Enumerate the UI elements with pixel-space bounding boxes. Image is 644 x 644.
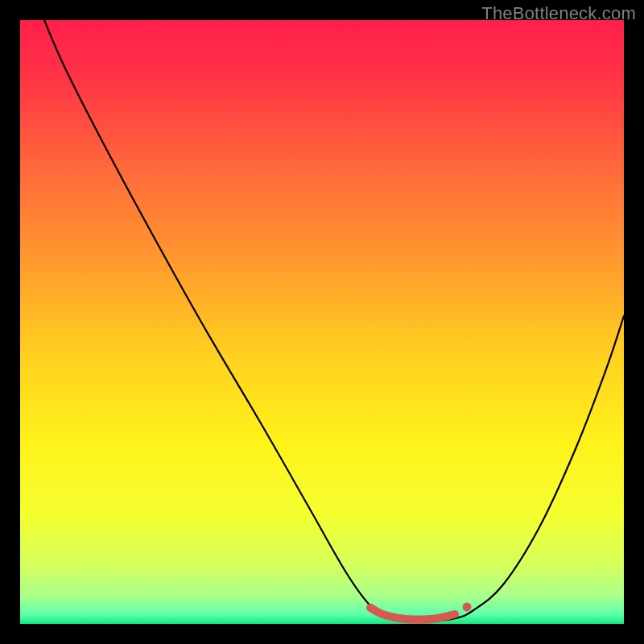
chart-stage: TheBottleneck.com xyxy=(0,0,644,644)
attribution-label: TheBottleneck.com xyxy=(481,3,636,24)
gradient-background xyxy=(20,20,624,624)
optimal-range-end-dot xyxy=(463,603,472,612)
bottleneck-chart xyxy=(0,0,644,644)
